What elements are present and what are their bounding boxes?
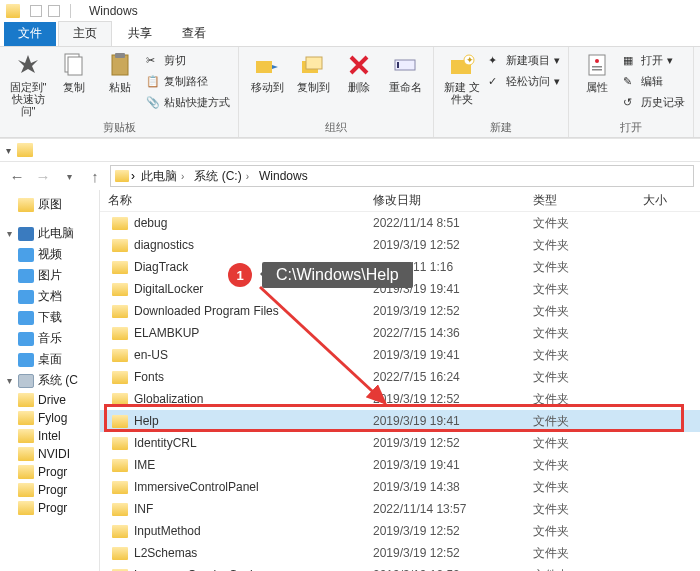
tree-this-pc[interactable]: ▾此电脑 [0, 223, 99, 244]
file-row[interactable]: diagnostics2019/3/19 12:52文件夹 [100, 234, 700, 256]
tree-progr-2[interactable]: Progr [0, 481, 99, 499]
file-date: 2019/3/19 12:52 [365, 546, 525, 560]
col-type[interactable]: 类型 [525, 192, 635, 209]
tree-fylog[interactable]: Fylog [0, 409, 99, 427]
up-button[interactable]: ↑ [84, 165, 106, 187]
file-type: 文件夹 [525, 215, 635, 232]
folder-icon [112, 481, 128, 494]
scissors-icon: ✂ [146, 54, 160, 68]
tree-downloads[interactable]: 下载 [0, 307, 99, 328]
file-type: 文件夹 [525, 545, 635, 562]
svg-rect-4 [256, 61, 272, 73]
crumb-thispc[interactable]: 此电脑› [137, 168, 188, 185]
tab-share[interactable]: 共享 [114, 22, 166, 46]
col-date[interactable]: 修改日期 [365, 192, 525, 209]
delete-button[interactable]: 删除 [339, 51, 379, 93]
tree-nvidia[interactable]: NVIDI [0, 445, 99, 463]
window-title: Windows [89, 4, 138, 18]
file-row[interactable]: Globalization2019/3/19 12:52文件夹 [100, 388, 700, 410]
rename-button[interactable]: 重命名 [385, 51, 425, 93]
delete-icon [345, 51, 373, 79]
svg-point-13 [595, 59, 599, 63]
crumb-windows[interactable]: Windows [255, 169, 312, 183]
file-row[interactable]: en-US2019/3/19 19:41文件夹 [100, 344, 700, 366]
chevron-right-icon[interactable]: › [131, 169, 135, 183]
tree-photos[interactable]: 图片 [0, 265, 99, 286]
recent-dropdown[interactable]: ▾ [58, 165, 80, 187]
tree-drive-folder[interactable]: Drive [0, 391, 99, 409]
address-bar[interactable]: › 此电脑› 系统 (C:)› Windows [110, 165, 694, 187]
new-folder-button[interactable]: ✦ 新建 文件夹 [442, 51, 482, 105]
new-item-button[interactable]: ✦新建项目 ▾ [488, 51, 560, 70]
shortcut-icon: 📎 [146, 96, 160, 110]
edit-button[interactable]: ✎编辑 [623, 72, 685, 91]
file-row[interactable]: ELAMBKUP2022/7/15 14:36文件夹 [100, 322, 700, 344]
group-label-new: 新建 [442, 118, 560, 135]
window-folder-icon [6, 4, 20, 18]
folder-icon [112, 305, 128, 318]
ribbon-group-open: 属性 ▦打开 ▾ ✎编辑 ↺历史记录 打开 [569, 47, 694, 137]
file-row[interactable]: INF2022/11/14 13:57文件夹 [100, 498, 700, 520]
history-button[interactable]: ↺历史记录 [623, 93, 685, 112]
folder-icon [112, 261, 128, 274]
file-row[interactable]: L2Schemas2019/3/19 12:52文件夹 [100, 542, 700, 564]
tab-view[interactable]: 查看 [168, 22, 220, 46]
file-row[interactable]: IdentityCRL2019/3/19 12:52文件夹 [100, 432, 700, 454]
file-name: Help [134, 414, 159, 428]
paste-shortcut-button[interactable]: 📎粘贴快捷方式 [146, 93, 230, 112]
folder-icon [112, 239, 128, 252]
tree-videos[interactable]: 视频 [0, 244, 99, 265]
tree-desktop[interactable]: 桌面 [0, 349, 99, 370]
pin-button[interactable]: 固定到" 快速访问" [8, 51, 48, 117]
copy-icon [60, 51, 88, 79]
tab-home[interactable]: 主页 [58, 21, 112, 46]
copy-path-button[interactable]: 📋复制路径 [146, 72, 230, 91]
move-to-button[interactable]: 移动到 [247, 51, 287, 93]
file-row[interactable]: Downloaded Program Files2019/3/19 12:52文… [100, 300, 700, 322]
file-row[interactable]: ImmersiveControlPanel2019/3/19 14:38文件夹 [100, 476, 700, 498]
file-row[interactable]: Fonts2022/7/15 16:24文件夹 [100, 366, 700, 388]
file-row[interactable]: InputMethod2019/3/19 12:52文件夹 [100, 520, 700, 542]
cut-button[interactable]: ✂剪切 [146, 51, 230, 70]
properties-icon [583, 51, 611, 79]
file-list-header: 名称 修改日期 类型 大小 [100, 190, 700, 212]
back-button[interactable]: ← [6, 165, 28, 187]
quick-access-toolbar [30, 5, 60, 17]
chevron-down-icon[interactable]: ▾ [6, 145, 11, 156]
tree-documents[interactable]: 文档 [0, 286, 99, 307]
file-name: ImmersiveControlPanel [134, 480, 259, 494]
file-name: Fonts [134, 370, 164, 384]
copy-button[interactable]: 复制 [54, 51, 94, 93]
file-type: 文件夹 [525, 523, 635, 540]
tab-file[interactable]: 文件 [4, 22, 56, 46]
ribbon-group-new: ✦ 新建 文件夹 ✦新建项目 ▾ ✓轻松访问 ▾ 新建 [434, 47, 569, 137]
tree-c-drive[interactable]: ▾系统 (C [0, 370, 99, 391]
col-name[interactable]: 名称 [100, 192, 365, 209]
tree-music[interactable]: 音乐 [0, 328, 99, 349]
tree-progr-1[interactable]: Progr [0, 463, 99, 481]
file-row[interactable]: LanguageOverlayCache2019/3/19 12:52文件夹 [100, 564, 700, 571]
file-row[interactable]: IME2019/3/19 19:41文件夹 [100, 454, 700, 476]
folder-icon [112, 371, 128, 384]
svg-rect-15 [592, 69, 602, 71]
quick-folder-icon[interactable] [17, 143, 33, 157]
crumb-cdrive[interactable]: 系统 (C:)› [190, 168, 253, 185]
folder-icon [112, 217, 128, 230]
forward-button[interactable]: → [32, 165, 54, 187]
paste-button[interactable]: 粘贴 [100, 51, 140, 93]
easy-access-button[interactable]: ✓轻松访问 ▾ [488, 72, 560, 91]
open-button[interactable]: ▦打开 ▾ [623, 51, 685, 70]
properties-button[interactable]: 属性 [577, 51, 617, 93]
qat-icon-2[interactable] [48, 5, 60, 17]
file-name: IdentityCRL [134, 436, 197, 450]
copy-to-button[interactable]: 复制到 [293, 51, 333, 93]
tree-progr-3[interactable]: Progr [0, 499, 99, 517]
qat-icon-1[interactable] [30, 5, 42, 17]
tree-pictures[interactable]: 原图 [0, 194, 99, 215]
file-row[interactable]: Help2019/3/19 19:41文件夹 [100, 410, 700, 432]
col-size[interactable]: 大小 [635, 192, 700, 209]
file-type: 文件夹 [525, 479, 635, 496]
tree-intel[interactable]: Intel [0, 427, 99, 445]
file-row[interactable]: debug2022/11/14 8:51文件夹 [100, 212, 700, 234]
file-date: 2019/3/19 12:52 [365, 238, 525, 252]
